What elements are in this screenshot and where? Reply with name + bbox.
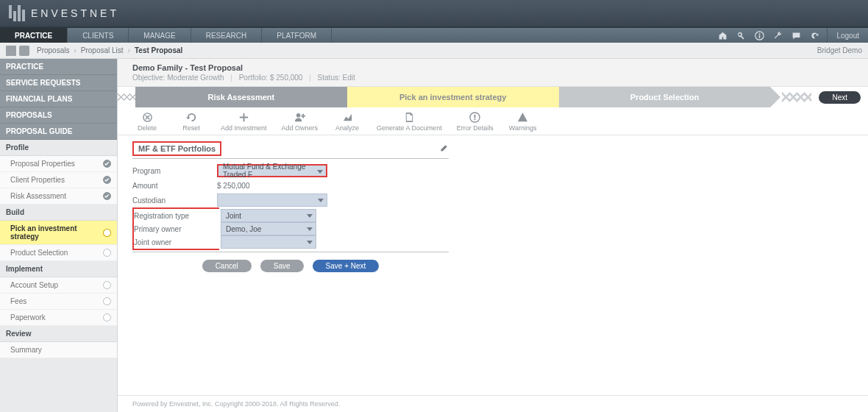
select-registration-type[interactable]: Joint	[221, 209, 316, 222]
document-icon	[404, 112, 415, 123]
user-plus-icon	[294, 112, 305, 123]
lbl-custodian: Custodian	[132, 196, 217, 205]
check-icon	[103, 192, 111, 200]
tool-generate-document[interactable]: Generate A Document	[377, 112, 442, 132]
lbl-program: Program	[132, 167, 217, 175]
current-user: Bridget Demo	[817, 46, 862, 54]
step-product-selection[interactable]: Product Selection	[559, 87, 771, 107]
save-next-button[interactable]: Save + Next	[313, 260, 380, 272]
sidebar: PRACTICE SERVICE REQUESTS FINANCIAL PLAN…	[0, 59, 118, 412]
current-dot-icon	[103, 229, 111, 237]
chevron-down-icon	[307, 227, 313, 231]
nav-tab-manage[interactable]: MANAGE	[129, 28, 191, 43]
side-practice[interactable]: PRACTICE	[0, 59, 117, 75]
layout-icon[interactable]	[6, 46, 16, 56]
brand-name: ENVESTNET	[31, 7, 119, 19]
plus-icon	[238, 112, 249, 123]
side-proposal-guide[interactable]: PROPOSAL GUIDE	[0, 124, 117, 140]
select-program[interactable]: Mutual Fund & Exchange Traded F	[217, 164, 327, 177]
side-item-fees[interactable]: Fees	[0, 294, 117, 310]
tool-reset[interactable]: Reset	[177, 112, 206, 132]
delete-icon	[142, 112, 153, 123]
edit-icon[interactable]	[440, 143, 449, 154]
svg-rect-2	[759, 33, 761, 35]
next-button[interactable]: Next	[819, 91, 861, 104]
error-icon	[469, 112, 480, 123]
tool-add-investment[interactable]: Add Investment	[221, 112, 267, 132]
stepper: Risk Assessment Pick an investment strat…	[118, 87, 868, 107]
side-item-client-properties[interactable]: Client Properties	[0, 172, 117, 188]
breadcrumb-proposals[interactable]: Proposals	[37, 46, 69, 54]
lbl-joint-owner: Joint owner	[134, 238, 215, 246]
nav-tab-practice[interactable]: PRACTICE	[0, 28, 68, 43]
open-dot-icon	[103, 297, 111, 305]
side-item-pick-strategy[interactable]: Pick an investment strategy	[0, 221, 117, 245]
breadcrumb-bar: Proposals › Proposal List › Test Proposa…	[0, 43, 868, 59]
info-icon[interactable]	[755, 31, 764, 40]
chat-icon[interactable]	[791, 31, 801, 40]
logout-link[interactable]: Logout	[827, 28, 868, 43]
chevron-down-icon	[317, 170, 323, 174]
nav-tab-research[interactable]: RESEARCH	[191, 28, 263, 43]
val-amount: $ 250,000	[217, 182, 349, 190]
step-risk-assessment[interactable]: Risk Assessment	[135, 87, 347, 107]
cube-icon[interactable]	[19, 46, 29, 56]
panel-title: MF & ETF Portfolios	[132, 141, 221, 156]
open-dot-icon	[103, 249, 111, 257]
side-hdr-implement: Implement	[0, 261, 117, 277]
nav-tab-platform[interactable]: PLATFORM	[262, 28, 332, 43]
breadcrumb-proposal-list[interactable]: Proposal List	[81, 46, 124, 54]
brand-logo: ENVESTNET	[9, 5, 119, 21]
search-icon[interactable]	[736, 31, 746, 40]
select-custodian[interactable]	[217, 193, 327, 207]
side-financial-plans[interactable]: FINANCIAL PLANS	[0, 91, 117, 107]
reset-icon	[186, 112, 197, 123]
side-hdr-build: Build	[0, 205, 117, 221]
button-row: Cancel Save Save + Next	[132, 260, 449, 272]
chevron-down-icon	[307, 214, 313, 218]
breadcrumb-current: Test Proposal	[135, 46, 182, 54]
tool-warnings[interactable]: Warnings	[508, 112, 538, 132]
side-proposals[interactable]: PROPOSALS	[0, 107, 117, 124]
brand-mark-icon	[9, 5, 25, 21]
side-item-proposal-properties[interactable]: Proposal Properties	[0, 156, 117, 172]
page-title: Demo Family - Test Proposal	[132, 63, 853, 72]
nav-tab-clients[interactable]: CLIENTS	[68, 28, 129, 43]
side-item-summary[interactable]: Summary	[0, 342, 117, 358]
save-button[interactable]: Save	[260, 260, 304, 272]
lbl-primary-owner: Primary owner	[134, 225, 215, 233]
svg-rect-7	[474, 118, 476, 120]
tool-error-details[interactable]: Error Details	[457, 112, 494, 132]
svg-point-4	[296, 113, 301, 118]
tool-analyze[interactable]: Analyze	[332, 112, 362, 132]
step-pick-strategy[interactable]: Pick an investment strategy	[347, 87, 559, 107]
home-icon[interactable]	[718, 31, 728, 40]
footer: Powered by Envestnet, Inc. Copyright 200…	[118, 395, 868, 412]
side-item-account-setup[interactable]: Account Setup	[0, 277, 117, 294]
side-item-product-selection[interactable]: Product Selection	[0, 245, 117, 261]
chevron-icon	[782, 87, 811, 107]
brand-bar: ENVESTNET	[0, 0, 868, 28]
toolbar: Delete Reset Add Investment Add Owners A…	[118, 107, 868, 135]
lbl-registration-type: Registration type	[134, 212, 215, 220]
title-bar: Demo Family - Test Proposal Objective: M…	[118, 59, 868, 87]
warning-icon	[517, 112, 528, 123]
tool-delete[interactable]: Delete	[132, 112, 162, 132]
svg-rect-6	[474, 115, 476, 118]
side-item-paperwork[interactable]: Paperwork	[0, 310, 117, 326]
open-dot-icon	[103, 313, 111, 322]
chevron-down-icon	[307, 241, 313, 244]
select-joint-owner[interactable]	[221, 235, 316, 249]
chevron-down-icon	[318, 199, 324, 202]
wrench-icon[interactable]	[773, 31, 783, 40]
tool-add-owners[interactable]: Add Owners	[282, 112, 319, 132]
svg-rect-1	[759, 35, 761, 38]
side-service-requests[interactable]: SERVICE REQUESTS	[0, 75, 117, 91]
side-item-risk-assessment[interactable]: Risk Assessment	[0, 188, 117, 205]
util-icons	[711, 28, 827, 43]
refresh-icon[interactable]	[810, 31, 819, 40]
side-hdr-review: Review	[0, 326, 117, 342]
page-subtitle: Objective: Moderate Growth | Portfolio: …	[132, 74, 853, 82]
cancel-button[interactable]: Cancel	[202, 260, 252, 272]
select-primary-owner[interactable]: Demo, Joe	[221, 222, 316, 235]
